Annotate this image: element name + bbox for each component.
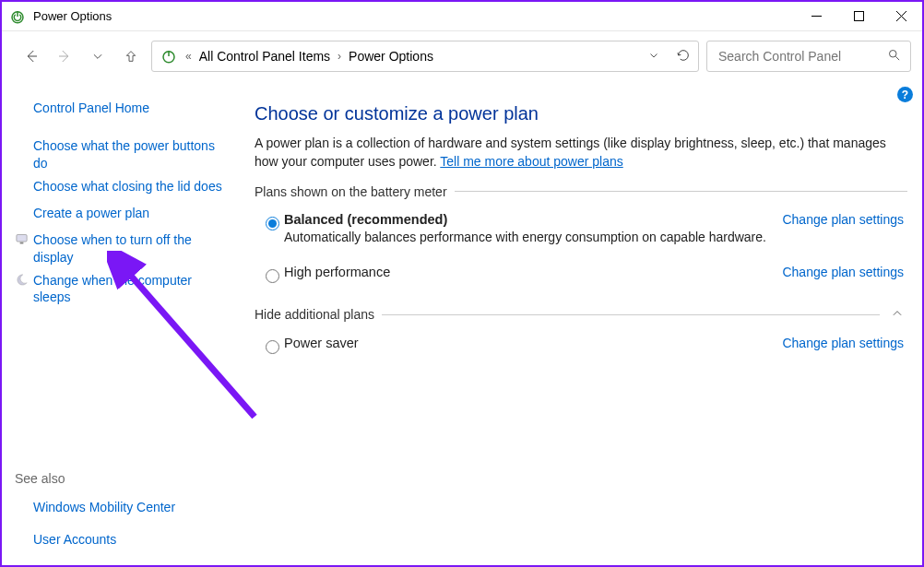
hidden-plans-section-label[interactable]: Hide additional plans [255,307,907,323]
sidebar: Control Panel Home Choose what the power… [2,81,232,565]
power-options-path-icon [160,47,178,65]
svg-line-11 [895,56,899,60]
sidebar-link-lid-close[interactable]: Choose what closing the lid does [33,178,222,195]
up-button[interactable] [118,43,144,69]
plan-row-power-saver: Power saver Change plan settings [255,330,907,360]
svg-rect-13 [20,242,24,243]
search-input[interactable] [717,48,887,65]
hidden-plans-label-text: Hide additional plans [255,307,374,322]
sidebar-link-power-buttons[interactable]: Choose what the power buttons do [33,137,223,172]
moon-icon [15,272,30,287]
plans-shown-section-label: Plans shown on the battery meter [255,184,907,199]
plan-radio-power-saver[interactable] [266,340,279,354]
forward-button[interactable] [52,43,77,69]
titlebar: Power Options [2,2,922,31]
collapse-chevron-icon[interactable] [887,307,907,323]
breadcrumb-item-0[interactable]: All Control Panel Items [199,49,330,64]
refresh-button[interactable] [676,48,691,65]
chevron-right-icon: › [338,50,341,63]
plan-desc-balanced: Automatically balances performance with … [284,230,782,244]
page-heading: Choose or customize a power plan [255,103,907,124]
address-bar[interactable]: « All Control Panel Items › Power Option… [151,41,699,72]
power-options-app-icon [9,8,26,25]
see-also-label: See also [15,471,223,486]
see-also-user-accounts[interactable]: User Accounts [33,531,116,549]
window-buttons [795,2,922,31]
plan-name-high-performance[interactable]: High performance [284,265,782,279]
window-title: Power Options [33,9,112,23]
svg-rect-3 [854,12,863,21]
breadcrumb-root-glyph: « [185,50,192,63]
monitor-icon [15,231,30,246]
change-settings-high-performance[interactable]: Change plan settings [782,265,904,279]
plans-shown-label-text: Plans shown on the battery meter [255,184,447,199]
search-icon[interactable] [887,48,901,65]
sidebar-link-create-plan[interactable]: Create a power plan [33,205,149,222]
plan-row-balanced: Balanced (recommended) Automatically bal… [255,207,907,250]
plan-radio-high-performance[interactable] [266,269,279,283]
plan-name-balanced[interactable]: Balanced (recommended) [284,212,782,227]
plan-row-high-performance: High performance Change plan settings [255,259,907,289]
control-panel-home-link[interactable]: Control Panel Home [33,100,149,117]
sidebar-link-display-off[interactable]: Choose when to turn off the display [33,231,223,266]
change-settings-balanced[interactable]: Change plan settings [782,212,904,227]
nav-row: « All Control Panel Items › Power Option… [2,31,922,81]
change-settings-power-saver[interactable]: Change plan settings [782,336,904,350]
help-icon[interactable]: ? [897,87,913,102]
plan-name-power-saver[interactable]: Power saver [284,336,782,350]
close-button[interactable] [880,2,922,31]
maximize-button[interactable] [837,2,880,31]
main-panel: Choose or customize a power plan A power… [232,81,922,565]
svg-point-10 [890,51,897,58]
svg-rect-9 [168,51,170,56]
recent-locations-dropdown[interactable] [85,43,111,69]
address-dropdown-icon[interactable] [648,49,659,64]
search-box[interactable] [706,41,911,72]
svg-rect-1 [17,11,18,17]
plan-radio-balanced[interactable] [266,217,279,230]
svg-rect-12 [17,234,27,242]
tell-me-more-link[interactable]: Tell me more about power plans [440,154,622,169]
breadcrumb-item-1[interactable]: Power Options [349,49,433,64]
sidebar-link-sleep[interactable]: Change when the computer sleeps [33,272,223,307]
content-body: ? Control Panel Home Choose what the pow… [2,81,922,565]
back-button[interactable] [18,43,44,69]
see-also-mobility-center[interactable]: Windows Mobility Center [33,499,175,516]
page-description: A power plan is a collection of hardware… [255,134,907,171]
minimize-button[interactable] [795,2,837,31]
